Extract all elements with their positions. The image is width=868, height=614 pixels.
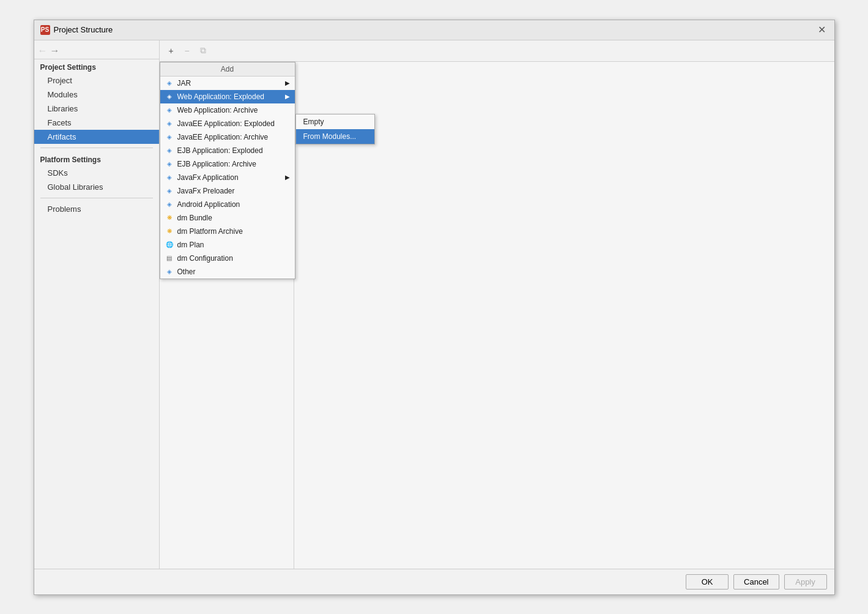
title-bar-left: PS Project Structure (40, 25, 113, 35)
android-label: Android Application (177, 200, 240, 209)
content-area: Add ◈ JAR ▶ ◈ Web Application: Exploded … (160, 62, 834, 569)
dropdown-item-javaee-archive[interactable]: ◈ JavaEE Application: Archive (160, 130, 295, 144)
dm-bundle-label: dm Bundle (177, 214, 212, 222)
sidebar-item-project[interactable]: Project (34, 73, 159, 88)
project-settings-header: Project Settings (34, 59, 159, 73)
web-exploded-arrow: ▶ (285, 93, 290, 100)
sidebar-item-libraries[interactable]: Libraries (34, 102, 159, 116)
dropdown-item-javafx-preloader[interactable]: ◈ JavaFx Preloader (160, 184, 295, 198)
sidebar-item-artifacts[interactable]: Artifacts (34, 130, 159, 144)
dm-config-label: dm Configuration (177, 254, 233, 263)
sidebar-divider-2 (40, 198, 153, 198)
dropdown-item-android[interactable]: ◈ Android Application (160, 198, 295, 211)
submenu-item-from-modules[interactable]: From Modules... (296, 129, 374, 144)
app-icon: PS (40, 25, 50, 35)
main-area: + − ⧉ Add ◈ JAR ▶ (160, 40, 834, 569)
other-label: Other (177, 268, 196, 276)
sidebar-divider (40, 148, 153, 148)
dropdown-item-jar[interactable]: ◈ JAR ▶ (160, 77, 295, 90)
bottom-bar: OK Cancel Apply (34, 569, 834, 594)
remove-button[interactable]: − (180, 44, 194, 58)
dropdown-item-javafx-app[interactable]: ◈ JavaFx Application ▶ (160, 171, 295, 184)
ejb-archive-label: EJB Application: Archive (177, 160, 256, 168)
dropdown-item-ejb-archive[interactable]: ◈ EJB Application: Archive (160, 157, 295, 171)
ejb-exploded-icon: ◈ (165, 146, 174, 155)
sidebar-item-sdks[interactable]: SDKs (34, 166, 159, 180)
main-toolbar: + − ⧉ (160, 40, 834, 62)
apply-button[interactable]: Apply (784, 574, 827, 590)
sidebar-item-global-libraries[interactable]: Global Libraries (34, 180, 159, 194)
dm-platform-label: dm Platform Archive (177, 227, 243, 236)
dm-bundle-icon: ❋ (165, 214, 174, 222)
close-button[interactable]: ✕ (816, 24, 828, 36)
web-archive-icon: ◈ (165, 106, 174, 114)
dropdown-item-other[interactable]: ◈ Other (160, 265, 295, 279)
platform-settings-header: Platform Settings (34, 152, 159, 166)
jar-label: JAR (177, 79, 191, 88)
javafx-preloader-icon: ◈ (165, 187, 174, 195)
javafx-app-label: JavaFx Application (177, 173, 239, 182)
web-exploded-icon: ◈ (165, 92, 174, 101)
javaee-exploded-icon: ◈ (165, 119, 174, 128)
jar-icon: ◈ (165, 79, 174, 88)
dropdown-item-dm-bundle[interactable]: ❋ dm Bundle (160, 211, 295, 225)
dropdown-item-web-archive[interactable]: ◈ Web Application: Archive (160, 103, 295, 117)
forward-button[interactable]: → (50, 45, 60, 56)
ejb-archive-icon: ◈ (165, 160, 174, 168)
dropdown-item-javaee-exploded[interactable]: ◈ JavaEE Application: Exploded (160, 117, 295, 130)
dm-plan-icon: 🌐 (165, 241, 174, 249)
javafx-preloader-label: JavaFx Preloader (177, 187, 235, 195)
javaee-archive-label: JavaEE Application: Archive (177, 133, 269, 141)
ok-button[interactable]: OK (686, 574, 729, 590)
add-button[interactable]: + (165, 44, 178, 58)
sidebar-item-modules[interactable]: Modules (34, 88, 159, 102)
dropdown-item-ejb-exploded[interactable]: ◈ EJB Application: Exploded (160, 144, 295, 157)
ejb-exploded-label: EJB Application: Exploded (177, 146, 263, 155)
add-dropdown-menu: Add ◈ JAR ▶ ◈ Web Application: Exploded … (160, 62, 295, 279)
javaee-archive-icon: ◈ (165, 133, 174, 141)
dropdown-item-dm-config[interactable]: ▤ dm Configuration (160, 252, 295, 265)
cancel-button[interactable]: Cancel (733, 574, 779, 590)
other-icon: ◈ (165, 268, 174, 276)
dropdown-item-dm-platform[interactable]: ❋ dm Platform Archive (160, 225, 295, 238)
dm-plan-label: dm Plan (177, 241, 204, 249)
web-exploded-submenu: Empty From Modules... (295, 114, 375, 144)
title-bar: PS Project Structure ✕ (34, 20, 834, 40)
dm-platform-icon: ❋ (165, 227, 174, 236)
left-panel: Add ◈ JAR ▶ ◈ Web Application: Exploded … (160, 62, 294, 569)
sidebar: ← → Project Settings Project Modules Lib… (34, 40, 160, 569)
sidebar-item-problems[interactable]: Problems (34, 202, 159, 216)
javafx-app-icon: ◈ (165, 173, 174, 182)
web-archive-label: Web Application: Archive (177, 106, 258, 114)
dialog-body: ← → Project Settings Project Modules Lib… (34, 40, 834, 569)
copy-button[interactable]: ⧉ (196, 44, 210, 58)
javafx-app-arrow: ▶ (285, 174, 290, 181)
sidebar-item-facets[interactable]: Facets (34, 116, 159, 130)
dm-config-icon: ▤ (165, 254, 174, 263)
jar-arrow: ▶ (285, 80, 290, 86)
android-icon: ◈ (165, 200, 174, 209)
dropdown-header: Add (160, 62, 295, 77)
window-title: Project Structure (54, 25, 113, 34)
submenu-item-empty[interactable]: Empty (296, 114, 374, 129)
nav-toolbar: ← → (34, 43, 159, 59)
javaee-exploded-label: JavaEE Application: Exploded (177, 119, 275, 128)
dropdown-item-dm-plan[interactable]: 🌐 dm Plan (160, 238, 295, 252)
project-structure-dialog: PS Project Structure ✕ ← → Project Setti… (34, 20, 835, 595)
dropdown-item-web-exploded[interactable]: ◈ Web Application: Exploded ▶ (160, 90, 295, 103)
web-exploded-label: Web Application: Exploded (177, 92, 265, 101)
back-button[interactable]: ← (38, 45, 48, 56)
right-panel (294, 62, 834, 569)
